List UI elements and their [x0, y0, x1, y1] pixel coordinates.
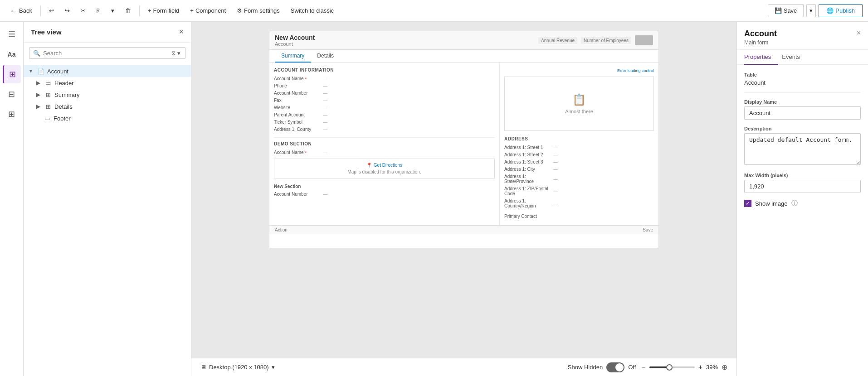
header-profile — [635, 35, 653, 45]
show-image-info-icon[interactable]: ⓘ — [791, 199, 798, 207]
tree-item-header[interactable]: ▶ ▭ Header — [24, 77, 191, 89]
checkbox-check-icon: ✓ — [746, 200, 750, 207]
tree-item-account[interactable]: ▾ 📄 Account — [24, 65, 191, 77]
back-button[interactable]: ← Back — [5, 5, 37, 17]
req-star: * — [305, 77, 307, 81]
section-icon-footer: ▭ — [44, 115, 51, 122]
rp-show-image-row: ✓ Show image ⓘ — [744, 199, 861, 207]
delete-button[interactable]: 🗑 — [121, 5, 136, 16]
rp-description-label: Description — [744, 126, 861, 131]
rp-max-width-section: Max Width (pixels) — [744, 173, 861, 193]
save-button[interactable]: 💾 Save — [768, 4, 804, 17]
rp-tab-properties[interactable]: Properties — [744, 50, 778, 65]
save-dropdown-button[interactable]: ▾ — [806, 4, 816, 17]
form-body: ACCOUNT INFORMATION Account Name * — Pho… — [269, 63, 658, 225]
filter-controls: ⧖ ▾ — [171, 49, 180, 57]
display-name-input[interactable] — [744, 106, 861, 120]
get-directions-link[interactable]: 📍 Get Directions — [278, 163, 491, 168]
zoom-minus-icon[interactable]: − — [641, 363, 645, 371]
field-street2: Address 1: Street 2 — — [504, 152, 654, 157]
footer-action: Action — [275, 227, 288, 232]
field-account-name: Account Name * — — [274, 76, 495, 81]
filter-icon[interactable]: ⧖ — [171, 49, 176, 57]
tree-label-account: Account — [47, 68, 68, 75]
tree-item-footer[interactable]: ▭ Footer — [24, 112, 191, 124]
form-header-left: New Account Account — [275, 34, 315, 47]
bottom-bar: 🖥 Desktop (1920 x 1080) ▾ Show Hidden Of… — [191, 358, 736, 376]
rp-display-name-section: Display Name — [744, 92, 861, 120]
show-image-label: Show image — [755, 200, 788, 207]
toggle-knob — [615, 363, 624, 371]
show-image-checkbox[interactable]: ✓ — [744, 200, 751, 207]
show-hidden-controls: Show Hidden Off — [568, 362, 636, 372]
max-width-input[interactable] — [744, 180, 861, 193]
field-city: Address 1: City — — [504, 167, 654, 172]
fit-to-screen-icon[interactable]: ⊕ — [722, 363, 727, 371]
zoom-slider-thumb[interactable] — [666, 364, 673, 371]
redo-icon: ↪ — [65, 7, 70, 14]
switch-classic-button[interactable]: Switch to classic — [286, 5, 338, 16]
cut-button[interactable]: ✂ — [76, 5, 90, 16]
tree-label-summary: Summary — [54, 92, 80, 98]
tree-item-summary[interactable]: ▶ ⊞ Summary — [24, 89, 191, 101]
strip-text-icon[interactable]: Aa — [3, 45, 21, 63]
zoom-slider[interactable] — [649, 366, 695, 368]
zoom-slider-fill — [649, 366, 667, 368]
strip-grid-icon[interactable]: ⊞ — [3, 105, 21, 123]
description-textarea[interactable]: Updated default Account form. — [744, 133, 861, 165]
map-disabled-text: Map is disabled for this organization. — [278, 169, 491, 174]
rp-close-button[interactable]: × — [857, 29, 861, 37]
desktop-chevron-icon: ▾ — [272, 364, 275, 371]
undo-button[interactable]: ↩ — [44, 5, 59, 16]
delete-icon: 🗑 — [125, 7, 131, 14]
timeline-text: Almost there — [565, 109, 593, 114]
section-account-info-title: ACCOUNT INFORMATION — [274, 67, 495, 72]
toolbar-right: 💾 Save ▾ 🌐 Publish — [768, 4, 863, 17]
field-website: Website — — [274, 105, 495, 110]
section-icon-header: ▭ — [44, 79, 52, 87]
show-hidden-label: Show Hidden — [568, 364, 603, 371]
rp-title-group: Account Main form — [744, 29, 777, 46]
tree-container: ▾ 📄 Account ▶ ▭ Header ▶ ⊞ Summary ▶ ⊞ D… — [24, 63, 191, 376]
show-hidden-toggle[interactable] — [606, 362, 624, 372]
expand-icon-account: ▾ — [27, 67, 34, 75]
strip-layers-icon[interactable]: ⊞ — [3, 65, 21, 83]
error-loading-link[interactable]: Error loading control — [617, 68, 654, 73]
form-tab-details[interactable]: Details — [311, 50, 340, 63]
primary-contact-section: Primary Contact — [504, 214, 654, 219]
search-input[interactable] — [43, 50, 169, 57]
back-icon: ← — [10, 7, 17, 15]
paste-dropdown-button[interactable]: ▾ — [107, 5, 119, 16]
component-button[interactable]: + Component — [185, 5, 230, 16]
copy-button[interactable]: ⎘ — [92, 5, 105, 16]
tree-label-details: Details — [54, 103, 73, 110]
rp-tab-events[interactable]: Events — [782, 50, 807, 64]
section-demo-title: Demo Section — [274, 141, 495, 146]
zoom-plus-icon[interactable]: + — [698, 363, 702, 371]
form-tab-summary[interactable]: Summary — [275, 50, 311, 63]
plus-component-icon: + — [190, 7, 194, 14]
redo-button[interactable]: ↪ — [60, 5, 74, 16]
field-fax: Fax — — [274, 98, 495, 103]
tree-item-details[interactable]: ▶ ⊞ Details — [24, 101, 191, 112]
sidebar-search-container: 🔍 ⧖ ▾ — [29, 47, 185, 59]
publish-button[interactable]: 🌐 Publish — [819, 4, 863, 17]
filter-dropdown-icon[interactable]: ▾ — [177, 50, 180, 57]
field-phone: Phone — — [274, 83, 495, 88]
tree-label-header: Header — [54, 80, 74, 87]
sidebar-close-button[interactable]: × — [179, 27, 184, 37]
form-field-button[interactable]: + Form field — [143, 5, 184, 16]
form-settings-button[interactable]: ⚙ Form settings — [232, 5, 284, 16]
header-ctrl-2: Number of Employees — [581, 37, 631, 44]
strip-menu-icon[interactable]: ☰ — [3, 25, 21, 43]
field-account-number: Account Number — — [274, 91, 495, 96]
field-street3: Address 1: Street 3 — — [504, 159, 654, 164]
desktop-selector[interactable]: 🖥 Desktop (1920 x 1080) ▾ — [200, 364, 275, 371]
zoom-controls: − + 39% ⊕ — [641, 363, 727, 371]
location-icon: 📍 — [366, 163, 372, 168]
new-section-title: New Section — [274, 184, 495, 189]
rp-display-name-label: Display Name — [744, 99, 861, 105]
field-zip: Address 1: ZIP/Postal Code — — [504, 186, 654, 196]
rp-tabs: Properties Events — [737, 50, 868, 65]
strip-apps-icon[interactable]: ⊟ — [3, 85, 21, 103]
